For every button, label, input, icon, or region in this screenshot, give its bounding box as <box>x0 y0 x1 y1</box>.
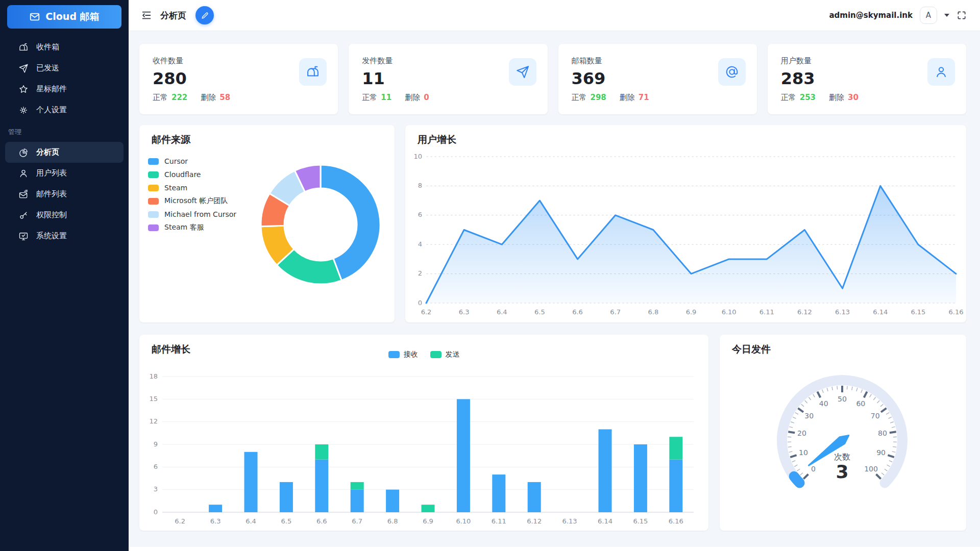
sidebar-item-permissions[interactable]: 权限控制 <box>5 205 124 226</box>
edit-button[interactable] <box>195 6 214 24</box>
sidebar-item-inbox[interactable]: 收件箱 <box>5 37 124 58</box>
sidebar-item-mail-list[interactable]: 邮件列表 <box>5 184 124 205</box>
legend-swatch <box>148 171 159 178</box>
legend-label: Microsoft 帐户团队 <box>164 196 228 206</box>
avatar[interactable]: A <box>920 7 937 24</box>
sidebar-item-label: 用户列表 <box>36 168 67 178</box>
send-icon <box>18 63 29 73</box>
svg-text:30: 30 <box>804 412 814 420</box>
mail-sources-title: 邮件来源 <box>152 133 190 146</box>
svg-text:6.12: 6.12 <box>527 517 542 525</box>
sidebar-item-label: 收件箱 <box>36 42 59 52</box>
svg-text:6.12: 6.12 <box>797 308 812 316</box>
stat-footer: 正常11删除0 <box>362 93 535 103</box>
fullscreen-icon[interactable] <box>957 10 968 21</box>
svg-text:6.15: 6.15 <box>633 517 648 525</box>
svg-text:6.11: 6.11 <box>492 517 506 525</box>
svg-text:70: 70 <box>871 412 880 420</box>
svg-text:6.13: 6.13 <box>835 308 850 316</box>
stat-icon-box <box>927 58 955 86</box>
sidebar-item-label: 权限控制 <box>36 210 67 220</box>
user-growth-card: 用户增长 02468106.26.36.46.56.66.76.86.96.10… <box>405 125 966 322</box>
pie-legend-item-1[interactable]: Cloudflare <box>148 168 236 181</box>
svg-text:50: 50 <box>838 395 847 403</box>
mail-sources-card: 邮件来源 CursorCloudflareSteamMicrosoft 帐户团队… <box>139 125 395 322</box>
svg-text:6.6: 6.6 <box>316 517 327 525</box>
svg-text:100: 100 <box>864 465 878 473</box>
bar-legend-item-1[interactable]: 发送 <box>430 350 460 359</box>
sidebar-item-label: 星标邮件 <box>36 84 67 94</box>
page-title: 分析页 <box>160 10 186 21</box>
star-icon <box>18 84 29 94</box>
legend-swatch <box>148 185 159 191</box>
key-icon <box>18 210 29 220</box>
stat-card-0: 收件数量280正常222删除58 <box>139 44 338 114</box>
svg-text:80: 80 <box>878 429 887 437</box>
stat-icon-box <box>299 58 327 86</box>
sidebar-item-label: 系统设置 <box>36 231 67 241</box>
pie-legend-item-4[interactable]: Michael from Cursor <box>148 208 236 221</box>
svg-text:6.16: 6.16 <box>949 308 964 316</box>
pie-legend-item-5[interactable]: Steam 客服 <box>148 221 236 234</box>
legend-label: Michael from Cursor <box>164 210 236 218</box>
svg-text:10: 10 <box>799 448 808 457</box>
stat-icon-box <box>718 58 746 86</box>
svg-text:2: 2 <box>418 269 422 277</box>
bar-legend: 接收发送 <box>139 350 708 359</box>
legend-label: 发送 <box>446 350 460 359</box>
svg-text:6.10: 6.10 <box>722 308 737 316</box>
stat-card-2: 邮箱数量369正常298删除71 <box>558 44 757 114</box>
legend-swatch <box>148 198 159 205</box>
mail-list-icon <box>18 189 29 199</box>
user-email: admin@skymail.ink <box>829 11 913 20</box>
svg-text:6.9: 6.9 <box>686 308 697 316</box>
user-growth-title: 用户增长 <box>418 133 456 146</box>
pie-legend-item-3[interactable]: Microsoft 帐户团队 <box>148 194 236 208</box>
svg-text:6.7: 6.7 <box>610 308 621 316</box>
sidebar-item-label: 邮件列表 <box>36 189 67 199</box>
svg-text:3: 3 <box>154 485 158 493</box>
topbar: 分析页 admin@skymail.ink A <box>129 0 980 31</box>
svg-text:6.5: 6.5 <box>281 517 292 525</box>
pie-legend-item-2[interactable]: Steam <box>148 181 236 194</box>
svg-text:3: 3 <box>836 461 848 482</box>
sidebar-item-sent[interactable]: 已发送 <box>5 58 124 79</box>
svg-text:60: 60 <box>856 399 865 408</box>
sidebar-item-analytics[interactable]: 分析页 <box>5 142 124 163</box>
legend-swatch <box>388 351 400 358</box>
svg-text:6.6: 6.6 <box>572 308 583 316</box>
stat-card-3: 用户数量283正常253删除30 <box>768 44 966 114</box>
stat-footer: 正常253删除30 <box>781 93 954 103</box>
pie-legend-item-0[interactable]: Cursor <box>148 155 236 168</box>
at-icon <box>725 65 739 79</box>
sidebar-section-label: 管理 <box>0 120 129 141</box>
bar-legend-item-0[interactable]: 接收 <box>388 350 418 359</box>
stat-cards-row: 收件数量280正常222删除58发件数量11正常11删除0邮箱数量369正常29… <box>139 44 966 114</box>
sidebar-item-system-settings[interactable]: 系统设置 <box>5 226 124 246</box>
svg-text:0: 0 <box>154 508 158 516</box>
collapse-sidebar-icon[interactable] <box>141 10 152 21</box>
legend-label: Steam 客服 <box>164 223 204 232</box>
svg-text:40: 40 <box>819 399 828 408</box>
envelope-icon <box>29 11 40 22</box>
svg-text:18: 18 <box>149 372 158 380</box>
pencil-icon <box>201 11 209 20</box>
svg-text:6: 6 <box>154 463 158 470</box>
svg-text:6.15: 6.15 <box>911 308 925 316</box>
topbar-right: admin@skymail.ink A <box>829 7 968 24</box>
svg-text:6.10: 6.10 <box>456 517 471 525</box>
sidebar-item-label: 分析页 <box>36 147 59 157</box>
sidebar-item-starred[interactable]: 星标邮件 <box>5 79 124 99</box>
app-logo[interactable]: Cloud 邮箱 <box>7 5 121 29</box>
svg-text:6.9: 6.9 <box>423 517 433 525</box>
today-sent-title: 今日发件 <box>732 343 771 356</box>
chevron-down-icon[interactable] <box>944 14 949 17</box>
sidebar-item-personal[interactable]: 个人设置 <box>5 99 124 120</box>
gear-icon <box>18 105 29 115</box>
svg-text:6.8: 6.8 <box>648 308 659 316</box>
sidebar-item-user-list[interactable]: 用户列表 <box>5 163 124 184</box>
svg-text:0: 0 <box>418 299 422 307</box>
svg-text:6.4: 6.4 <box>497 308 507 316</box>
legend-swatch <box>430 351 442 358</box>
svg-text:6.5: 6.5 <box>534 308 545 316</box>
